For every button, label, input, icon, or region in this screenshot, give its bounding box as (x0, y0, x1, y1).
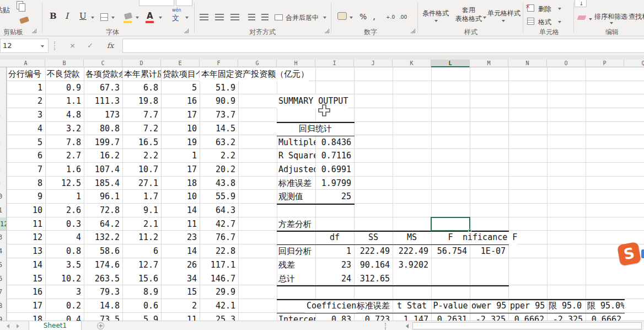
scrollbar-split-handle[interactable] (385, 323, 386, 329)
cell-I6[interactable]: 0.8436 (315, 136, 354, 150)
cell-M18[interactable]: ower 95 (470, 299, 508, 313)
cell-C3[interactable]: 111.3 (84, 94, 122, 108)
cell-F5[interactable]: 14.5 (200, 122, 238, 136)
format-as-table-button[interactable]: 套用 (462, 6, 475, 15)
row-header-11[interactable]: 11 (0, 204, 5, 217)
cell-A8[interactable]: 7 (7, 163, 45, 177)
cell-E5[interactable]: 10 (161, 122, 200, 136)
align-left-icon[interactable] (200, 14, 208, 20)
cell-styles-button[interactable]: 单元格样式 (487, 9, 520, 18)
underline-dropdown-icon[interactable] (91, 17, 94, 19)
cell-D9[interactable]: 27.1 (122, 177, 161, 190)
header-B1[interactable]: 不良贷款 (45, 67, 84, 81)
alignment-dialog-launcher[interactable] (325, 29, 329, 33)
number-format-dropdown-icon[interactable] (350, 17, 353, 19)
cell-M13[interactable]: nificance F (461, 231, 517, 244)
clear-dropdown-icon[interactable] (589, 18, 592, 20)
cell-F9[interactable]: 43.8 (200, 177, 238, 190)
regression-stats-title[interactable]: 回归统计 (277, 122, 354, 136)
format-painter-icon[interactable] (19, 17, 29, 24)
font-size-box[interactable] (176, 0, 192, 6)
cell-A7[interactable]: 6 (7, 149, 45, 163)
cell-C6[interactable]: 199.7 (84, 136, 122, 150)
column-header-O[interactable]: O (547, 60, 586, 67)
fill-color-dropdown-icon[interactable] (136, 17, 139, 19)
cell-I10[interactable]: 25 (315, 190, 354, 204)
percent-style-button[interactable]: % (359, 12, 367, 21)
cell-D8[interactable]: 10.7 (122, 163, 161, 177)
cell-H15[interactable]: 残差 (277, 258, 315, 272)
cell-E18[interactable]: 2 (161, 299, 200, 313)
font-name-box[interactable] (139, 0, 174, 6)
italic-button[interactable]: I (65, 11, 68, 21)
cell-A17[interactable]: 16 (7, 285, 45, 299)
column-header-N[interactable]: N (508, 60, 547, 67)
cell-F6[interactable]: 63.2 (200, 136, 238, 150)
cell-I7[interactable]: 0.7116 (315, 149, 354, 163)
cell-E13[interactable]: 23 (161, 231, 200, 244)
cell-F15[interactable]: 117.1 (200, 258, 238, 272)
cell-D15[interactable]: 12.7 (122, 258, 161, 272)
anova-title[interactable]: 方差分析 (277, 217, 315, 231)
cell-H10[interactable]: 观测值 (277, 190, 315, 204)
cell-H7[interactable]: R Square (277, 149, 315, 163)
cell-K14[interactable]: 222.49 (393, 244, 431, 258)
header-F1[interactable]: 本年固定资产投资额（亿元） (200, 67, 309, 81)
conditional-format-button[interactable]: 条件格式 (422, 9, 449, 18)
column-header-B[interactable]: B (45, 60, 84, 67)
cell-O18[interactable]: 限 95.0 (547, 299, 586, 313)
format-as-table-label2[interactable]: 表格格式 (455, 14, 482, 24)
cell-B13[interactable]: 4 (45, 231, 84, 244)
cell-D13[interactable]: 11.2 (122, 231, 161, 244)
cell-F11[interactable]: 64.3 (200, 204, 238, 217)
cell-B6[interactable]: 7.8 (45, 136, 84, 150)
cell-D5[interactable]: 7.2 (122, 122, 161, 136)
align-center-icon[interactable] (215, 14, 224, 20)
fill-color-icon[interactable] (124, 12, 132, 19)
cell-C13[interactable]: 132.2 (84, 231, 122, 244)
column-header-J[interactable]: J (354, 60, 393, 67)
increase-decimal-button[interactable]: +.0 (386, 14, 395, 20)
cell-A2[interactable]: 1 (7, 81, 45, 95)
cell-A18[interactable]: 17 (7, 299, 45, 313)
cell-E14[interactable]: 14 (161, 244, 200, 258)
cell-F2[interactable]: 51.9 (200, 81, 238, 95)
cell-E17[interactable]: 15 (161, 285, 200, 299)
cell-I18[interactable]: Coefficien (305, 299, 356, 313)
row-header-7[interactable]: 7 (0, 149, 5, 163)
cell-I16[interactable]: 24 (315, 272, 354, 286)
cell-B7[interactable]: 2.7 (45, 149, 84, 163)
merge-center-button[interactable]: 合并后居中 (286, 13, 319, 23)
cell-H16[interactable]: 总计 (277, 272, 315, 286)
cell-C10[interactable]: 96.1 (84, 190, 122, 204)
cell-J14[interactable]: 222.49 (354, 244, 393, 258)
underline-button[interactable]: U (79, 11, 87, 21)
font-color-icon[interactable]: A (147, 11, 153, 21)
cell-C14[interactable]: 58.6 (84, 244, 122, 258)
cell-K13[interactable]: MS (393, 231, 431, 244)
fill-button-partial[interactable]: ↓ (575, 0, 587, 7)
cell-F17[interactable]: 29.9 (200, 285, 238, 299)
column-header-P[interactable]: P (586, 60, 624, 67)
cell-D14[interactable]: 6 (122, 244, 161, 258)
cell-F4[interactable]: 73.7 (200, 108, 238, 122)
comma-style-button[interactable]: , (373, 11, 375, 22)
row-header-8[interactable]: 8 (0, 163, 5, 177)
cell-B12[interactable]: 0.3 (45, 217, 84, 231)
bold-button[interactable]: B (50, 11, 57, 21)
column-header-E[interactable]: E (161, 60, 200, 67)
prev-sheet-icon[interactable] (7, 324, 9, 328)
cell-E9[interactable]: 18 (161, 177, 200, 190)
next-sheet-icon[interactable] (17, 324, 19, 328)
cell-E3[interactable]: 16 (161, 94, 200, 108)
cell-E12[interactable]: 11 (161, 217, 200, 231)
increase-indent-icon[interactable] (261, 14, 269, 20)
decrease-indent-icon[interactable] (248, 14, 255, 20)
cell-E6[interactable]: 19 (161, 136, 200, 150)
column-header-K[interactable]: K (393, 60, 431, 67)
cell-L14[interactable]: 56.754 (431, 244, 470, 258)
sort-filter-button[interactable]: 排序和筛选 (594, 12, 627, 22)
decrease-decimal-button[interactable]: .00 (399, 14, 407, 20)
cell-D16[interactable]: 15.6 (122, 272, 161, 286)
cell-F10[interactable]: 55.9 (200, 190, 238, 204)
